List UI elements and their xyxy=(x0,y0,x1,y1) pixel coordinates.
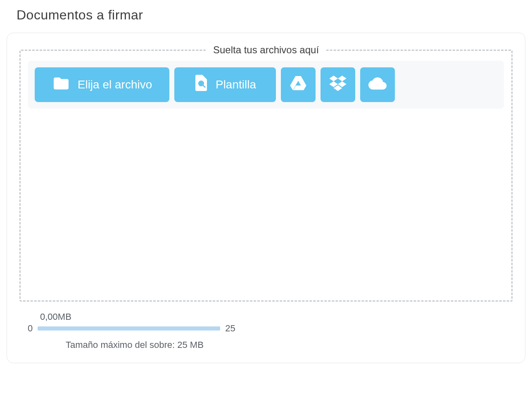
size-section: 0,00MB 0 25 Tamaño máximo del sobre: 25 … xyxy=(19,312,513,350)
folder-icon xyxy=(52,76,70,94)
dropbox-icon xyxy=(329,76,347,94)
size-progress-bar xyxy=(38,326,220,331)
svg-point-0 xyxy=(200,81,203,85)
page-title: Documentos a firmar xyxy=(0,0,532,33)
size-max: 25 xyxy=(225,323,235,334)
size-used-label: 0,00MB xyxy=(40,312,504,322)
dropbox-button[interactable] xyxy=(321,67,355,102)
upload-button-row: Elija el archivo Plantilla xyxy=(28,61,504,109)
google-drive-icon xyxy=(290,76,306,94)
size-progress-row: 0 25 xyxy=(28,323,504,334)
onedrive-button[interactable] xyxy=(360,67,395,102)
dropzone[interactable]: Suelta tus archivos aquí Elija el archiv… xyxy=(19,50,513,302)
template-button[interactable]: Plantilla xyxy=(174,67,276,102)
onedrive-cloud-icon xyxy=(368,77,387,93)
choose-file-label: Elija el archivo xyxy=(78,78,152,91)
template-label: Plantilla xyxy=(216,78,256,91)
choose-file-button[interactable]: Elija el archivo xyxy=(35,67,169,102)
size-hint: Tamaño máximo del sobre: 25 MB xyxy=(66,340,504,350)
size-min: 0 xyxy=(28,323,33,334)
dropzone-label: Suelta tus archivos aquí xyxy=(206,44,326,56)
google-drive-button[interactable] xyxy=(281,67,316,102)
template-search-icon xyxy=(194,75,208,95)
upload-card: Suelta tus archivos aquí Elija el archiv… xyxy=(7,33,525,363)
